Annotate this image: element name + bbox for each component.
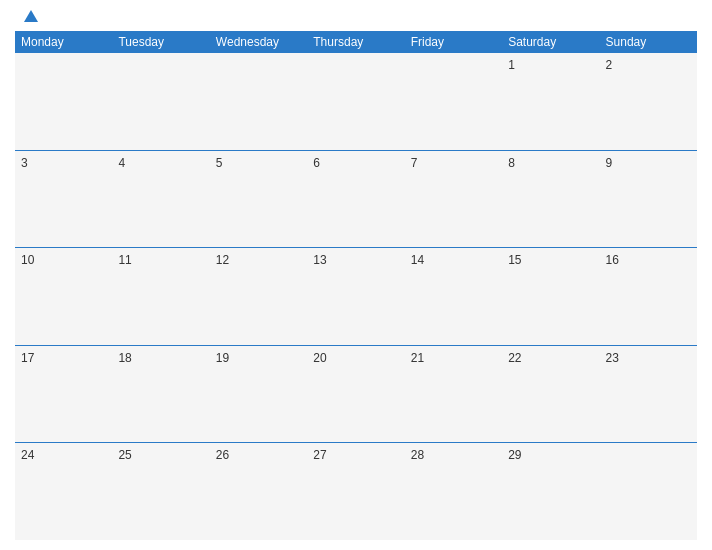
day-number: 29 xyxy=(508,448,521,462)
week-row-1: 12 xyxy=(15,53,697,151)
day-number: 16 xyxy=(606,253,619,267)
day-number: 1 xyxy=(508,58,515,72)
day-cell: 15 xyxy=(502,248,599,345)
day-number: 21 xyxy=(411,351,424,365)
day-number: 14 xyxy=(411,253,424,267)
day-number: 7 xyxy=(411,156,418,170)
day-number: 5 xyxy=(216,156,223,170)
day-number: 15 xyxy=(508,253,521,267)
day-cell: 3 xyxy=(15,151,112,248)
day-cell: 4 xyxy=(112,151,209,248)
day-number: 9 xyxy=(606,156,613,170)
day-cell: 29 xyxy=(502,443,599,540)
day-headers: MondayTuesdayWednesdayThursdayFridaySatu… xyxy=(15,31,697,53)
day-cell: 25 xyxy=(112,443,209,540)
day-number: 20 xyxy=(313,351,326,365)
day-number: 13 xyxy=(313,253,326,267)
day-number: 25 xyxy=(118,448,131,462)
day-header-monday: Monday xyxy=(15,31,112,53)
logo xyxy=(20,10,38,23)
day-number: 28 xyxy=(411,448,424,462)
calendar-container: MondayTuesdayWednesdayThursdayFridaySatu… xyxy=(0,0,712,550)
day-cell: 23 xyxy=(600,346,697,443)
day-header-friday: Friday xyxy=(405,31,502,53)
week-row-5: 242526272829 xyxy=(15,443,697,540)
day-header-sunday: Sunday xyxy=(600,31,697,53)
week-row-2: 3456789 xyxy=(15,151,697,249)
day-cell: 7 xyxy=(405,151,502,248)
calendar-grid: MondayTuesdayWednesdayThursdayFridaySatu… xyxy=(15,31,697,540)
day-number: 22 xyxy=(508,351,521,365)
day-cell: 6 xyxy=(307,151,404,248)
day-cell: 16 xyxy=(600,248,697,345)
day-cell xyxy=(15,53,112,150)
day-number: 12 xyxy=(216,253,229,267)
day-cell: 21 xyxy=(405,346,502,443)
day-cell xyxy=(210,53,307,150)
day-number: 11 xyxy=(118,253,131,267)
day-cell: 13 xyxy=(307,248,404,345)
week-row-3: 10111213141516 xyxy=(15,248,697,346)
day-number: 26 xyxy=(216,448,229,462)
day-number: 10 xyxy=(21,253,34,267)
day-number: 24 xyxy=(21,448,34,462)
day-cell: 5 xyxy=(210,151,307,248)
day-number: 6 xyxy=(313,156,320,170)
day-header-tuesday: Tuesday xyxy=(112,31,209,53)
day-cell: 28 xyxy=(405,443,502,540)
day-number: 27 xyxy=(313,448,326,462)
day-cell: 27 xyxy=(307,443,404,540)
day-cell: 19 xyxy=(210,346,307,443)
day-header-thursday: Thursday xyxy=(307,31,404,53)
day-cell xyxy=(405,53,502,150)
week-row-4: 17181920212223 xyxy=(15,346,697,444)
day-number: 23 xyxy=(606,351,619,365)
day-cell: 26 xyxy=(210,443,307,540)
day-cell: 20 xyxy=(307,346,404,443)
day-cell: 22 xyxy=(502,346,599,443)
day-cell xyxy=(307,53,404,150)
day-number: 19 xyxy=(216,351,229,365)
day-number: 4 xyxy=(118,156,125,170)
day-cell: 9 xyxy=(600,151,697,248)
day-cell xyxy=(112,53,209,150)
day-cell xyxy=(600,443,697,540)
day-number: 18 xyxy=(118,351,131,365)
day-number: 2 xyxy=(606,58,613,72)
day-cell: 17 xyxy=(15,346,112,443)
day-number: 17 xyxy=(21,351,34,365)
logo-triangle-icon xyxy=(24,10,38,22)
day-cell: 10 xyxy=(15,248,112,345)
day-cell: 11 xyxy=(112,248,209,345)
day-cell: 1 xyxy=(502,53,599,150)
day-number: 3 xyxy=(21,156,28,170)
day-cell: 14 xyxy=(405,248,502,345)
header xyxy=(15,10,697,23)
weeks: 1234567891011121314151617181920212223242… xyxy=(15,53,697,540)
day-number: 8 xyxy=(508,156,515,170)
day-cell: 12 xyxy=(210,248,307,345)
day-header-saturday: Saturday xyxy=(502,31,599,53)
day-cell: 18 xyxy=(112,346,209,443)
day-header-wednesday: Wednesday xyxy=(210,31,307,53)
day-cell: 24 xyxy=(15,443,112,540)
day-cell: 8 xyxy=(502,151,599,248)
day-cell: 2 xyxy=(600,53,697,150)
